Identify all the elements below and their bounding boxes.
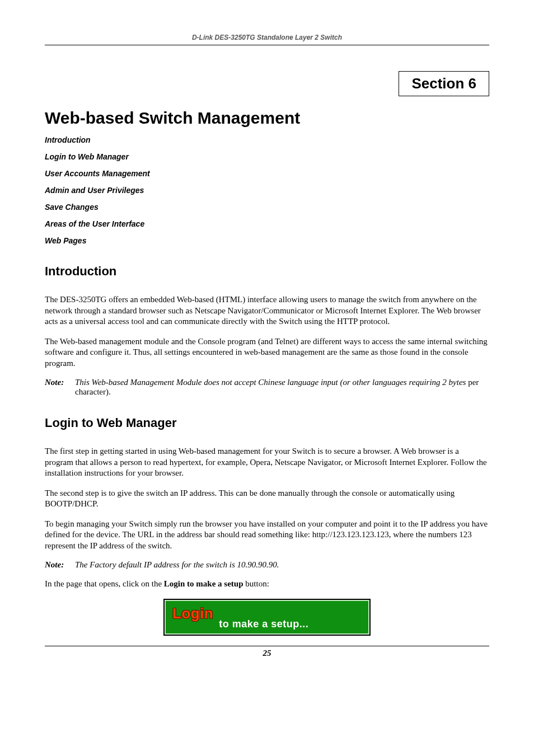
- paragraph: The first step in getting started in usi…: [45, 446, 489, 479]
- section-heading-introduction: Introduction: [45, 264, 489, 279]
- toc-item: User Accounts Management: [45, 169, 489, 178]
- note-text: This Web-based Management Module does no…: [75, 378, 489, 397]
- chapter-title: Web-based Switch Management: [45, 109, 489, 128]
- note-italic-text: The Factory default IP address for the s…: [75, 560, 279, 569]
- page: D-Link DES-3250TG Standalone Layer 2 Swi…: [0, 0, 534, 756]
- section-number-box: Section 6: [399, 71, 489, 96]
- page-footer: 25: [45, 646, 489, 658]
- login-word: Login: [172, 605, 213, 622]
- toc-item: Admin and User Privileges: [45, 186, 489, 195]
- note-label: Note:: [45, 378, 75, 397]
- paragraph: The Web-based management module and the …: [45, 336, 489, 369]
- paragraph: The DES-3250TG offers an embedded Web-ba…: [45, 294, 489, 327]
- paragraph: The second step is to give the switch an…: [45, 488, 489, 510]
- note: Note: This Web-based Management Module d…: [45, 378, 489, 397]
- page-number: 25: [263, 649, 271, 658]
- text-span: button:: [243, 579, 269, 588]
- toc-item: Web Pages: [45, 236, 489, 245]
- login-button-figure: Login to make a setup...: [163, 599, 371, 636]
- toc-item: Areas of the User Interface: [45, 219, 489, 228]
- section-heading-login: Login to Web Manager: [45, 416, 489, 430]
- note-label: Note:: [45, 560, 75, 570]
- note-text: The Factory default IP address for the s…: [75, 560, 489, 570]
- login-rest-text: to make a setup...: [219, 618, 308, 630]
- paragraph: In the page that opens, click on the Log…: [45, 579, 489, 590]
- running-header: D-Link DES-3250TG Standalone Layer 2 Swi…: [45, 34, 489, 45]
- toc-item: Login to Web Manager: [45, 152, 489, 161]
- toc-list: Introduction Login to Web Manager User A…: [45, 135, 489, 245]
- paragraph: To begin managing your Switch simply run…: [45, 519, 489, 552]
- text-span: In the page that opens, click on the: [45, 579, 164, 588]
- note-italic-text: This Web-based Management Module does no…: [75, 378, 468, 387]
- note: Note: The Factory default IP address for…: [45, 560, 489, 570]
- bold-span: Login to make a setup: [164, 579, 243, 588]
- toc-item: Save Changes: [45, 203, 489, 212]
- toc-item: Introduction: [45, 135, 489, 144]
